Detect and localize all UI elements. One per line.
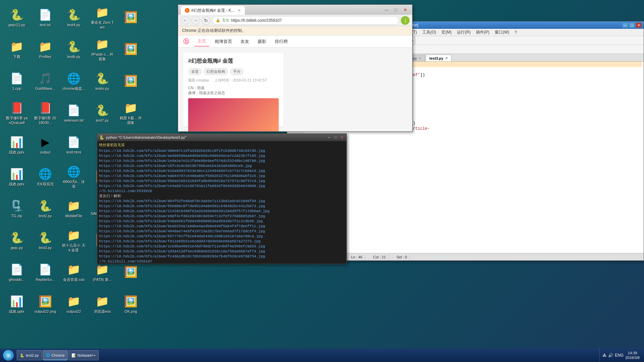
desktop-icon-png1[interactable]: 🖼️ output22 png <box>32 290 59 318</box>
desktop-icon-testtxt[interactable]: 📄 test.txt <box>32 3 59 32</box>
desktop-icon-download[interactable]: 📁 下载 <box>3 35 30 64</box>
desktop-icon-mobilefile[interactable]: 📁 MobileFile <box>60 194 87 223</box>
desktop-icon-goldwave[interactable]: 🎵 GoldWave... <box>32 67 59 96</box>
chrome-close-button[interactable]: ✕ <box>401 6 410 13</box>
bili-nav-home[interactable]: 主页 <box>194 37 210 47</box>
desktop-icon-okpng[interactable]: 🖼️ OK.png <box>117 290 144 318</box>
desktop-icon-pptx1[interactable]: 📊 战政.pptx <box>3 131 30 159</box>
desktop-icon-pdf1[interactable]: 📕 数字修5章 yanQval.pdf <box>3 99 30 127</box>
desktop-icon-testlhtml[interactable]: 📄 testl.html <box>60 131 87 159</box>
desktop-icon-testbpy[interactable]: 🐍 testb.py <box>60 35 87 64</box>
bili-nav-photo[interactable]: 摄影 <box>254 37 270 46</box>
desktop-icon-chromedi[interactable]: 🌐 chrome磁盘... <box>60 67 87 96</box>
desktop-icon-pptx2[interactable]: 📊 战政.pptx <box>3 163 30 191</box>
terminal-close-button[interactable]: ✕ <box>339 135 344 140</box>
desktop-icon-test3py_icon[interactable]: 🐍 test3.py <box>32 226 59 255</box>
desktop-icon-zhongwen[interactable]: 📁 浏览器eos <box>89 290 116 318</box>
notepad-maximize-button[interactable]: □ <box>629 22 635 28</box>
desktop-icon-img1[interactable]: 🖼️ <box>117 3 144 32</box>
icon-label-ghostdv: ghostdv... <box>9 278 25 282</box>
bilibili-navigation: ⓑ 主页 相簿首页 友友 摄影 排行榜 <box>178 36 412 48</box>
menu-item-r[interactable]: 运行(R) <box>454 29 473 36</box>
notepad-close-button[interactable]: ✕ <box>636 22 642 28</box>
chrome-maximize-button[interactable]: □ <box>391 6 400 13</box>
chrome-forward-button[interactable]: → <box>191 16 200 25</box>
tray-date-display: 2018/3/8 <box>625 355 640 360</box>
taskbar-item-label: test2.py <box>26 353 39 357</box>
bili-tag-3[interactable]: 手办 <box>230 68 244 75</box>
taskbar-item-notepad++[interactable]: 📝Notepad++ <box>68 350 99 360</box>
desktop-icon-onecpp[interactable]: 📄 1.cpp <box>3 67 30 96</box>
desktop-icon-pastec[interactable]: 📁 #Paste c... 外观集 <box>89 35 116 64</box>
menu-item-w[interactable]: 窗口(W) <box>492 29 512 36</box>
desktop-icon-pdf2[interactable]: 📕 数字修5章 2018030... <box>32 99 59 127</box>
tab-close-btn[interactable]: ✕ <box>445 56 448 60</box>
taskbar-item-chrome[interactable]: 🌐Chrome <box>43 350 68 360</box>
icon-label-gwjcpy: gwjc.py <box>11 246 23 250</box>
desktop-icon-bird[interactable]: 📁 抓十么花小 天k 金莲 <box>60 226 87 255</box>
desktop-icon-gwjcpy[interactable]: 🐍 gwjc.py <box>3 226 30 255</box>
desktop-icon-test4py[interactable]: 🐍 test4.py <box>60 3 87 32</box>
menu-item-p[interactable]: 插件(P) <box>473 29 492 36</box>
chrome-settings-button[interactable]: ⋮ <box>401 16 410 25</box>
desktop-icon-img4[interactable]: 📁 截图 K最... 外观集 <box>117 99 144 127</box>
desktop-icon-test7py[interactable]: 🐍 test7.py <box>89 99 116 127</box>
tray-volume-icon: 🔊 <box>608 353 613 358</box>
chrome-minimize-button[interactable]: ─ <box>382 6 391 13</box>
desktop-icon-profiles[interactable]: 📁 Profiles <box>32 35 59 64</box>
desktop-icon-zerotwo[interactable]: 📁 重命名 Zero Two <box>89 3 116 32</box>
menu-item-o[interactable]: 工具(O) <box>420 29 439 36</box>
terminal-url: https://i0.hdslb.com/bfs/album/eab647d7c… <box>99 174 265 178</box>
icon-image-chrome2: 🌐 <box>67 165 80 178</box>
tab-test3-py[interactable]: test3.py✕ <box>426 55 451 61</box>
chrome-refresh-button[interactable]: ↻ <box>202 16 210 25</box>
icon-image-gwjcpy: 🐍 <box>10 231 23 244</box>
chrome-url-bar[interactable]: 🔒 安全 https://h.bilibili.com/2359107 <box>212 16 399 25</box>
bili-tags-container: 金莲 幻想金瓶梅 手办 <box>188 68 279 75</box>
desktop-icon-ghostdv[interactable]: 📄 ghostdv... <box>3 258 30 287</box>
desktop-icon-tgzip[interactable]: 🗜️ TG.zip <box>3 194 30 223</box>
desktop-icon-chrome1[interactable]: 🌐 天K双拟无 <box>32 163 59 191</box>
desktop-icon-cartoon[interactable]: 📁 金连音箱 cos <box>60 258 87 287</box>
terminal-url: https://i0.hdslb.com/bfs/album/f011885b5… <box>99 239 261 243</box>
desktop-icon-img2[interactable]: 🖼️ <box>117 35 144 64</box>
terminal-line: https://i0.hdslb.com/bfs/album/214201949… <box>99 209 345 214</box>
icon-label-pptx3: 战政.pptx <box>9 309 24 314</box>
desktop-icon-output22[interactable]: 📁 output22 <box>60 290 87 318</box>
terminal-minimize-button[interactable]: ─ <box>326 135 332 140</box>
terminal-line: https://i0.hdslb.com/bfs/album/e88f4cfd6… <box>99 214 345 219</box>
chrome-tab-active[interactable]: b #幻想金瓶梅# 金莲 - K... ✕ <box>181 6 245 15</box>
bili-nav-friends[interactable]: 友友 <box>237 37 253 46</box>
icon-image-selenium: 📄 <box>67 104 80 117</box>
terminal-url: https://i0.hdslb.com/bfs/album/915a66937… <box>99 169 265 173</box>
chrome-back-button[interactable]: ← <box>181 16 190 25</box>
start-button[interactable]: ⊞ <box>2 350 15 361</box>
menu-item-[interactable]: ? <box>512 29 520 36</box>
desktop-icon-testio[interactable]: 🐍 testio.py <box>89 67 116 96</box>
terminal-line: //h.bilibili.com/2359107 <box>99 259 345 264</box>
desktop-icon-img3[interactable]: 🖼️ <box>117 67 144 96</box>
chrome-browser-window: b #幻想金瓶梅# 金莲 - K... ✕ ─ □ ✕ ← → ↻ 🔒 安全 h… <box>178 4 413 132</box>
chrome-tab-close[interactable]: ✕ <box>238 8 241 13</box>
bili-tag-1[interactable]: 金莲 <box>188 68 202 75</box>
desktop-icon-output[interactable]: ▶ output <box>32 131 59 159</box>
desktop-icon-pptx3[interactable]: 📊 战政.pptx <box>3 290 30 318</box>
desktop-icon-test2py[interactable]: 🐍 test2.py <box>32 194 59 223</box>
bili-tag-2[interactable]: 幻想金瓶梅 <box>204 68 228 75</box>
taskbar: ⊞ 🐍test2.py🌐Chrome📝Notepad++ 🖧 🔊 ENG 14:… <box>0 349 644 362</box>
terminal-maximize-button[interactable]: □ <box>333 135 338 140</box>
desktop-icon-gw1py[interactable]: 🐍 gwjc(1).py <box>3 3 30 32</box>
bili-nav-rank[interactable]: 排行榜 <box>271 37 291 46</box>
url-security-label: 安全 <box>222 18 229 23</box>
taskbar-item-test2.py[interactable]: 🐍test2.py <box>17 350 42 360</box>
desktop-icon-selenium[interactable]: 📄 selenium.txt <box>60 99 87 127</box>
icon-image-test7py: 🐍 <box>96 104 109 117</box>
icon-image-pdf1: 📕 <box>10 101 23 115</box>
icon-image-pptx2: 📊 <box>10 167 23 181</box>
tab-close-btn[interactable]: ✕ <box>419 56 421 60</box>
bili-nav-album[interactable]: 相簿首页 <box>211 37 235 46</box>
menu-item-m[interactable]: 宏(M) <box>439 29 454 36</box>
desktop-icon-reptile[interactable]: 📄 ReptileSo... <box>32 258 59 287</box>
desktop-icon-chrome2[interactable]: 🌐 4l90d天k... 泳装 <box>60 163 87 191</box>
notepad-minimize-button[interactable]: ─ <box>622 22 628 28</box>
